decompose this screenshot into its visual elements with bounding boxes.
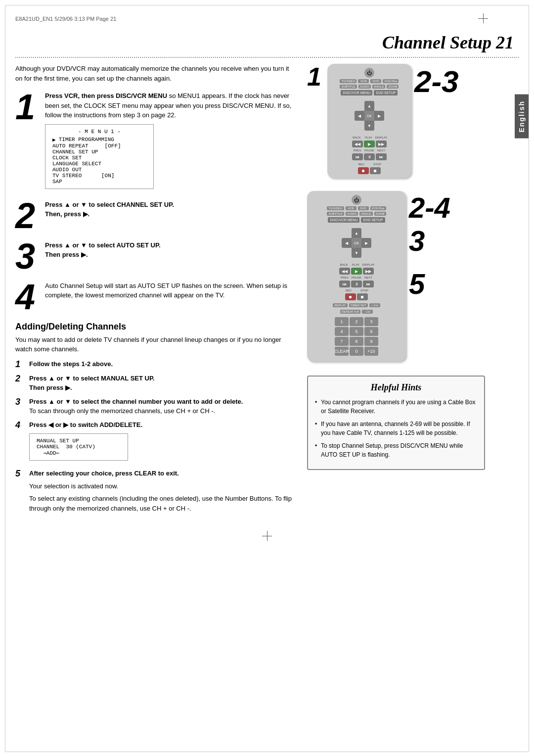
btn-8[interactable]: 8 <box>350 337 363 346</box>
btn-vcr[interactable]: VCR <box>358 79 369 83</box>
btn-b-prev[interactable]: ⏮ <box>339 281 350 287</box>
dpad-b-up[interactable]: ▲ <box>352 228 361 238</box>
btn-repeat-ab[interactable]: REPEAT A-B <box>340 310 360 314</box>
transport-row-1: ◀◀ ▶ ▶▶ <box>352 141 387 147</box>
header-crosshair <box>477 12 489 25</box>
side-number-23: 2-3 <box>414 64 459 99</box>
dpad: ▲ ◀ OK ▶ ▼ <box>355 101 384 131</box>
transport-labels-1: BACK PLAY DISPLAY <box>351 136 387 139</box>
power-button[interactable]: ⏻ <box>364 68 374 78</box>
header-line: E8A21UD_EN1 5/29/06 3:13 PM Page 21 <box>5 10 529 27</box>
btn-dvd[interactable]: DVD <box>370 79 381 83</box>
btn-b-vcrplus[interactable]: VCR Plus <box>370 206 386 210</box>
dpad-b-right[interactable]: ▶ <box>361 238 371 248</box>
btn-dvd-setup[interactable]: DVD SETUP <box>374 90 398 95</box>
btn-discvcr-menu[interactable]: DISC/VCR MENU <box>341 90 372 95</box>
dpad-b-down[interactable]: ▼ <box>352 248 361 258</box>
btn-audio[interactable]: AUDIO <box>358 85 371 89</box>
dpad-right[interactable]: ▶ <box>374 111 384 121</box>
transport-row-2: ⏮ ⏸ ⏭ <box>352 153 387 160</box>
btn-b-discvcr[interactable]: DISC/VCR MENU <box>328 217 359 223</box>
dpad-down[interactable]: ▼ <box>364 121 374 131</box>
btn-rec[interactable]: ⏺ <box>358 167 369 174</box>
btn-2[interactable]: 2 <box>350 317 363 326</box>
btn-zoom[interactable]: ZOOM <box>387 85 399 89</box>
b-label-next: NEXT <box>363 276 374 279</box>
remote-wrapper: 1 ⏻ TV/VIDEO VCR <box>307 64 500 470</box>
left-column: Although your DVD/VCR may automatically … <box>15 64 302 520</box>
btn-b-next[interactable]: ⏭ <box>363 281 374 287</box>
b-label-pause: PAUSE <box>351 276 362 279</box>
ad-step-5-bold-text: After selecting your choice, press CLEAR… <box>29 470 179 477</box>
btn-pause[interactable]: ⏸ <box>364 153 375 160</box>
ad-step-5-num: 5 <box>15 469 25 479</box>
b-label-back: BACK <box>339 263 350 266</box>
btn-clear[interactable]: CLEAR <box>335 347 349 356</box>
btn-b-pause[interactable]: ⏸ <box>351 281 362 287</box>
label-stop: STOP <box>370 163 385 166</box>
hint-2: If you have an antenna, channels 2-69 wi… <box>315 420 477 437</box>
btn-plus10[interactable]: +10 <box>364 347 378 356</box>
bottom-crosshair <box>261 530 273 542</box>
b-transport-row-1: ◀◀ ▶ ▶▶ <box>339 268 374 275</box>
dpad-b: ▲ ◀ OK ▶ ▼ <box>342 228 371 258</box>
btn-0[interactable]: 0 <box>350 347 363 356</box>
btn-ch-plus[interactable]: + CH <box>369 303 380 307</box>
btn-ch-minus[interactable]: - CH <box>362 310 373 314</box>
btn-b-dvdsetup[interactable]: DVD SETUP <box>361 217 385 223</box>
main-content: Although your DVD/VCR may automatically … <box>5 64 529 520</box>
btn-stop[interactable]: ⏹ <box>370 167 381 174</box>
dpad-ok[interactable]: OK <box>364 111 374 121</box>
menu-item-tvstereo: TV STEREO [ON] <box>52 173 146 179</box>
transport-labels-2: PREV PAUSE NEXT <box>352 149 387 152</box>
btn-tvvideo[interactable]: TV/VIDEO <box>340 79 356 83</box>
btn-b-stop[interactable]: ⏹ <box>357 293 368 300</box>
remote-b-power-row: ⏻ <box>352 195 361 205</box>
b-label-rec: REC <box>341 289 356 292</box>
btn-b-audio[interactable]: AUDIO <box>346 212 358 216</box>
label-back: BACK <box>351 136 362 139</box>
btn-b-subtitle[interactable]: SUBTITLE <box>327 212 344 216</box>
btn-vcrplus[interactable]: VCR Plus <box>383 79 399 83</box>
ad-step-2-bold: Press ▲ or ▼ to select MANUAL SET UP.The… <box>29 375 155 392</box>
btn-replay[interactable]: REPLAY <box>333 303 347 307</box>
btn-b-dvd[interactable]: DVD <box>358 206 369 210</box>
helpful-hints-box: Helpful Hints You cannot program channel… <box>307 376 485 470</box>
btn-b-angle[interactable]: ANGLE <box>359 212 372 216</box>
btn-angle[interactable]: ANGLE <box>372 85 385 89</box>
rec-stop-row: ⏺ ⏹ <box>358 167 381 174</box>
btn-rew[interactable]: ◀◀ <box>352 141 363 147</box>
power-button-b[interactable]: ⏻ <box>352 195 361 205</box>
dpad-b-ok[interactable]: OK <box>352 238 361 248</box>
side-number-1: 1 <box>307 64 321 90</box>
dpad-left[interactable]: ◀ <box>355 111 364 121</box>
btn-prev[interactable]: ⏮ <box>352 153 363 160</box>
btn-next[interactable]: ⏭ <box>376 153 387 160</box>
dpad-up[interactable]: ▲ <box>364 101 374 111</box>
step-3-bold: Press ▲ or ▼ to select AUTO SET UP. <box>45 241 161 249</box>
btn-b-vcr[interactable]: VCR <box>346 206 356 210</box>
btn-6[interactable]: 6 <box>364 327 378 336</box>
dpad-b-left[interactable]: ◀ <box>342 238 352 248</box>
btn-9[interactable]: 9 <box>364 337 378 346</box>
btn-ffw[interactable]: ▶▶ <box>376 141 387 147</box>
btn-b-tvvideo[interactable]: TV/VIDEO <box>327 206 344 210</box>
ad-step-5: 5 After selecting your choice, press CLE… <box>15 469 292 516</box>
btn-play[interactable]: ▶ <box>364 141 375 147</box>
step-4-content: Auto Channel Setup will start as AUTO SE… <box>45 279 292 315</box>
step-4-number: 4 <box>15 279 40 315</box>
btn-3[interactable]: 3 <box>364 317 378 326</box>
btn-5[interactable]: 5 <box>350 327 363 336</box>
btn-b-rew[interactable]: ◀◀ <box>339 268 350 275</box>
manual-setup-line2: CHANNEL 30 (CATV) <box>37 444 121 450</box>
btn-1[interactable]: 1 <box>335 317 349 326</box>
btn-b-zoom[interactable]: ZOOM <box>374 212 386 216</box>
btn-subtitle[interactable]: SUBTITLE <box>340 85 357 89</box>
btn-b-rec[interactable]: ⏺ <box>345 293 356 300</box>
btn-b-play[interactable]: ▶ <box>351 268 362 275</box>
btn-4[interactable]: 4 <box>335 327 349 336</box>
btn-b-ffw[interactable]: ▶▶ <box>363 268 374 275</box>
btn-7[interactable]: 7 <box>335 337 349 346</box>
btn-timer-set[interactable]: TIMER SET <box>349 303 368 307</box>
b-rec-stop-labels: REC STOP <box>341 289 372 292</box>
